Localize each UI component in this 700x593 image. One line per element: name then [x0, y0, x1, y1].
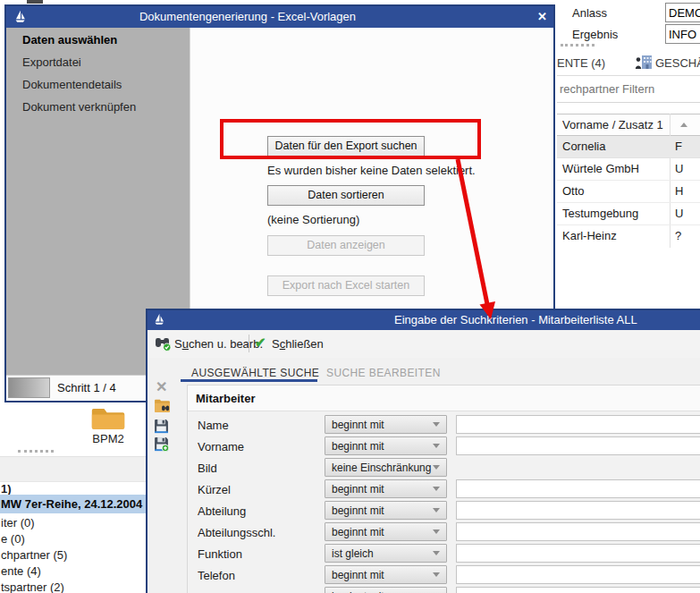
business-partner-icon [635, 55, 653, 69]
field-label: Name [198, 419, 229, 432]
chevron-down-icon [433, 487, 440, 491]
background-window-fragment [27, 0, 43, 4]
cell-code: U [675, 162, 683, 175]
table-row[interactable]: Cornelia F [557, 136, 700, 158]
chevron-down-icon [433, 508, 440, 513]
panel-strip [0, 456, 146, 482]
navigator-panel: BPM2 • • • • • 1) MW 7er-Reihe, 24.12.20… [0, 402, 146, 593]
folder-label[interactable]: BPM2 [76, 432, 140, 445]
chevron-down-icon [433, 465, 440, 470]
criteria-input-kuerzel[interactable] [456, 479, 700, 498]
wizard-step-counter: Schritt 1 / 4 [57, 381, 116, 394]
wizard-step: Exportdatei [22, 55, 81, 69]
cell-vorname: Karl-Heinz [562, 229, 617, 242]
field-label: Funktion [198, 547, 242, 561]
criteria-panel: Mitarbeiter Name beginnt mit Vorname beg… [187, 385, 700, 593]
operator-select[interactable]: beginnt mit [325, 565, 447, 584]
tree-item[interactable]: ente (4) [1, 564, 41, 578]
ergebnis-field[interactable] [665, 24, 700, 44]
tree-item[interactable]: chpartner (5) [1, 548, 67, 562]
table-row[interactable]: Otto H [557, 181, 700, 203]
table-header-row[interactable]: Vorname / Zusatz 1 [557, 114, 700, 136]
close-dialog-button[interactable]: Schließen [272, 337, 324, 351]
no-data-caption: Es wurden bisher keine Daten selektiert. [267, 164, 476, 177]
wizard-progress-segment [8, 377, 50, 398]
contact-detail-panel: Anlass Ergebnis • • • • • ENTE (4) GESCH… [557, 0, 700, 309]
dialog2-titlebar: Eingabe der Suchkriterien - Mitarbeiterl… [148, 310, 700, 330]
tree-item[interactable]: e (0) [1, 532, 25, 546]
chevron-down-icon [433, 572, 440, 577]
close-icon[interactable]: ✕ [537, 10, 547, 23]
tab-suche-bearbeiten[interactable]: SUCHE BEARBEITEN [326, 367, 441, 379]
annotation-highlight-rect [220, 119, 481, 159]
operator-select[interactable]: beginnt mit [325, 522, 447, 541]
chevron-down-icon [433, 444, 440, 448]
operator-select[interactable]: keine Einschränkung [325, 458, 447, 477]
table-row[interactable]: Karl-Heinz ? [557, 225, 700, 248]
operator-select[interactable]: beginnt mit [325, 479, 447, 498]
section-header: Mitarbeiter [188, 385, 700, 411]
binoculars-check-icon [155, 336, 172, 352]
tree-item-label: MW 7er-Reihe, 24.12.2004 12: [1, 497, 163, 511]
operator-select[interactable]: beginnt mit [325, 587, 447, 593]
field-label: Vorname [198, 440, 244, 453]
tree-item[interactable]: iter (0) [1, 516, 35, 529]
tree-item[interactable]: tspartner (2) [1, 580, 64, 593]
cell-code: U [675, 207, 683, 220]
tab-ausgewaehlte-suche[interactable]: AUSGEWÄHLTE SUCHE [191, 367, 319, 379]
table-header-label: Vorname / Zusatz 1 [562, 118, 663, 131]
cell-code: ? [675, 229, 681, 242]
criteria-input-funktion[interactable] [456, 544, 700, 563]
ergebnis-label: Ergebnis [572, 28, 618, 41]
search-and-edit-label[interactable]: Suchen u. bearb. [174, 337, 263, 351]
anlass-field[interactable] [665, 3, 700, 22]
dialog1-titlebar: Dokumentengenerierung - Excel-Vorlagen ✕ [6, 6, 553, 28]
chevron-down-icon [433, 551, 440, 555]
operator-select[interactable]: beginnt mit [325, 415, 447, 434]
table-row[interactable]: Testumgebung U [557, 203, 700, 225]
table-row[interactable]: Würtele GmbH U [557, 158, 700, 181]
no-sort-caption: (keine Sortierung) [267, 213, 359, 226]
wizard-step: Dokumentendetails [22, 78, 122, 91]
app-sailboat-icon [13, 10, 27, 23]
criteria-input-vorname[interactable] [456, 436, 700, 455]
field-label: Bild [198, 462, 217, 475]
tab-dokumente[interactable]: ENTE (4) [557, 56, 605, 70]
criteria-input-mobiltelefon[interactable] [456, 587, 700, 593]
operator-select[interactable]: beginnt mit [325, 501, 447, 520]
save-search-as-icon[interactable] [154, 436, 169, 452]
section-title: Mitarbeiter [196, 392, 255, 405]
folder-icon[interactable] [90, 406, 126, 431]
contact-filter-input[interactable] [557, 76, 700, 103]
anlass-label: Anlass [572, 6, 607, 20]
dialog-suchkriterien: Eingabe der Suchkriterien - Mitarbeiterl… [146, 309, 700, 593]
check-icon: ✔ [255, 335, 266, 351]
operator-select[interactable]: ist gleich [325, 544, 447, 563]
cell-code: F [675, 140, 682, 153]
criteria-input-name[interactable] [456, 415, 700, 434]
chevron-down-icon [433, 529, 440, 534]
field-label: Abteilung [198, 504, 246, 518]
criteria-input-abteilung[interactable] [456, 501, 700, 520]
save-search-icon[interactable] [154, 419, 169, 434]
tree-item-selected[interactable]: MW 7er-Reihe, 24.12.2004 12: [0, 495, 146, 513]
cell-vorname: Cornelia [562, 140, 605, 153]
cell-vorname: Otto [562, 184, 585, 198]
cell-vorname: Testumgebung [562, 207, 638, 220]
cell-code: H [675, 184, 683, 198]
criteria-input-abteilungsschl[interactable] [456, 522, 700, 541]
open-search-icon[interactable] [154, 398, 171, 413]
criteria-input-telefon[interactable] [456, 565, 700, 584]
field-label: Kürzel [198, 483, 231, 496]
clear-search-icon[interactable]: ✕ [156, 378, 167, 395]
start-excel-export-button[interactable]: Export nach Excel starten [267, 275, 425, 296]
screenshot-root: Anlass Ergebnis • • • • • ENTE (4) GESCH… [0, 0, 700, 593]
show-data-button[interactable]: Daten anzeigen [267, 235, 425, 256]
operator-select[interactable]: beginnt mit [325, 436, 447, 455]
dialog1-title: Dokumentengenerierung - Excel-Vorlagen [55, 10, 440, 23]
tab-geschaeftspartner[interactable]: GESCHÄF [655, 56, 700, 70]
app-sailboat-icon [153, 313, 165, 326]
active-tab-underline [181, 379, 317, 382]
sort-data-button[interactable]: Daten sortieren [267, 185, 425, 206]
tree-item[interactable]: 1) [1, 482, 12, 496]
